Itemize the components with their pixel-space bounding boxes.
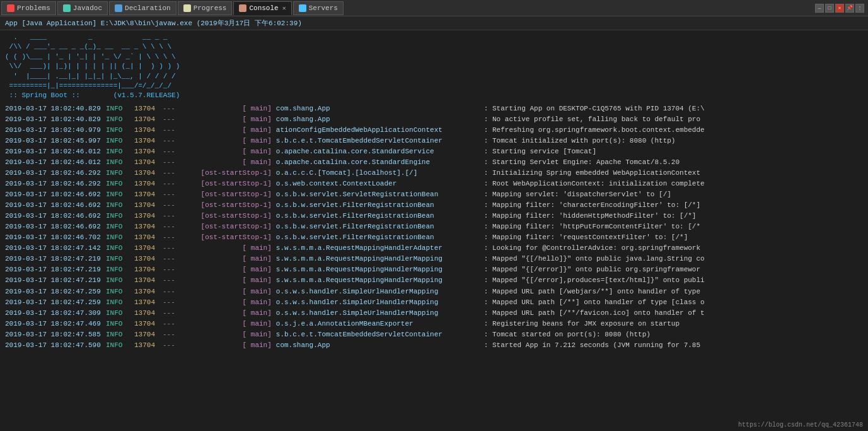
progress-tab-icon bbox=[183, 4, 191, 12]
log-timestamp: 2019-03-17 18:02:45.997 bbox=[5, 136, 103, 146]
console-tab-icon bbox=[239, 4, 246, 12]
log-message: : Tomcat started on port(s): 8080 (http) bbox=[484, 329, 651, 340]
log-pid: 13704 bbox=[134, 179, 163, 189]
tab-declaration[interactable]: Declaration bbox=[109, 1, 176, 15]
log-sep: --- bbox=[163, 179, 175, 189]
log-logger: o.apache.catalina.core.StandardEngine bbox=[276, 157, 484, 168]
tab-problems[interactable]: Problems bbox=[1, 1, 56, 15]
log-message: : Mapped URL path [/**/favicon.ico] onto… bbox=[484, 308, 705, 319]
log-line: 2019-03-17 18:02:47.590 INFO 13704 --- [… bbox=[5, 340, 863, 351]
log-message: : Starting App on DESKTOP-C1Q5765 with P… bbox=[484, 103, 705, 114]
console-tab-close[interactable]: ✕ bbox=[282, 4, 286, 12]
log-line: 2019-03-17 18:02:47.259 INFO 13704 --- [… bbox=[5, 286, 863, 297]
log-line: 2019-03-17 18:02:40.829 INFO 13704 --- [… bbox=[5, 103, 863, 114]
watermark: https://blog.csdn.net/qq_42361748 bbox=[738, 422, 863, 428]
log-sep: --- bbox=[163, 125, 175, 136]
log-sep: --- bbox=[163, 221, 175, 232]
log-sep: --- bbox=[163, 200, 175, 211]
log-logger: s.w.s.m.m.a.RequestMappingHandlerMapping bbox=[276, 275, 484, 286]
log-pid: 13704 bbox=[134, 340, 163, 351]
log-timestamp: 2019-03-17 18:02:46.692 bbox=[5, 221, 103, 232]
log-message: : Tomcat initialized with port(s): 8080 … bbox=[484, 136, 676, 146]
log-message: : Mapped "{[/error],produces=[text/html]… bbox=[484, 275, 705, 286]
log-message: : Root WebApplicationContext: initializa… bbox=[484, 179, 705, 189]
javadoc-tab-icon bbox=[63, 4, 71, 12]
log-pid: 13704 bbox=[134, 264, 163, 275]
log-pid: 13704 bbox=[134, 146, 163, 157]
log-thread: [ost-startStop-1] bbox=[175, 221, 273, 232]
log-timestamp: 2019-03-17 18:02:47.590 bbox=[5, 340, 103, 351]
maximize-button[interactable]: □ bbox=[825, 4, 834, 13]
log-logger: o.s.b.w.servlet.FilterRegistrationBean bbox=[276, 221, 484, 232]
log-level: INFO bbox=[106, 297, 131, 308]
log-logger: o.s.b.w.servlet.FilterRegistrationBean bbox=[276, 200, 484, 211]
log-logger: o.apache.catalina.core.StandardService bbox=[276, 146, 484, 157]
log-level: INFO bbox=[106, 340, 131, 351]
log-message: : Looking for @ControllerAdvice: org.spr… bbox=[484, 243, 700, 254]
pin-button[interactable]: 📌 bbox=[845, 4, 854, 13]
log-logger: o.s.w.s.handler.SimpleUrlHandlerMapping bbox=[276, 308, 484, 319]
tab-console[interactable]: Console ✕ bbox=[233, 1, 291, 15]
log-line: 2019-03-17 18:02:47.469 INFO 13704 --- [… bbox=[5, 319, 863, 329]
log-sep: --- bbox=[163, 329, 175, 340]
log-level: INFO bbox=[106, 308, 131, 319]
minimize-button[interactable]: — bbox=[815, 4, 824, 13]
log-thread: [ost-startStop-1] bbox=[175, 189, 273, 200]
tab-javadoc-label: Javadoc bbox=[73, 4, 102, 12]
log-level: INFO bbox=[106, 125, 131, 136]
log-thread: [ main] bbox=[175, 264, 273, 275]
log-line: 2019-03-17 18:02:47.219 INFO 13704 --- [… bbox=[5, 254, 863, 264]
tab-progress-label: Progress bbox=[194, 4, 227, 12]
log-line: 2019-03-17 18:02:46.292 INFO 13704 --- [… bbox=[5, 168, 863, 179]
log-level: INFO bbox=[106, 136, 131, 146]
log-pid: 13704 bbox=[134, 329, 163, 340]
tab-javadoc[interactable]: Javadoc bbox=[57, 1, 108, 15]
log-logger: o.a.c.c.C.[Tomcat].[localhost].[/] bbox=[276, 168, 484, 179]
close-button[interactable]: ✕ bbox=[835, 4, 844, 13]
log-message: : Initializing Spring embedded WebApplic… bbox=[484, 168, 700, 179]
log-message: : Starting Servlet Engine: Apache Tomcat… bbox=[484, 157, 680, 168]
log-pid: 13704 bbox=[134, 275, 163, 286]
log-logger: s.w.s.m.m.a.RequestMappingHandlerAdapter bbox=[276, 243, 484, 254]
log-line: 2019-03-17 18:02:46.702 INFO 13704 --- [… bbox=[5, 232, 863, 243]
log-pid: 13704 bbox=[134, 319, 163, 329]
log-line: 2019-03-17 18:02:46.012 INFO 13704 --- [… bbox=[5, 157, 863, 168]
log-level: INFO bbox=[106, 232, 131, 243]
tab-console-label: Console bbox=[249, 4, 278, 12]
log-level: INFO bbox=[106, 286, 131, 297]
log-pid: 13704 bbox=[134, 286, 163, 297]
tab-problems-label: Problems bbox=[17, 4, 50, 12]
log-message: : No active profile set, falling back to… bbox=[484, 114, 700, 125]
log-logger: com.shang.App bbox=[276, 103, 484, 114]
log-level: INFO bbox=[106, 221, 131, 232]
log-thread: [ main] bbox=[175, 136, 273, 146]
log-sep: --- bbox=[163, 189, 175, 200]
log-timestamp: 2019-03-17 18:02:47.469 bbox=[5, 319, 103, 329]
log-pid: 13704 bbox=[134, 243, 163, 254]
log-timestamp: 2019-03-17 18:02:46.292 bbox=[5, 168, 103, 179]
log-logger: o.s.web.context.ContextLoader bbox=[276, 179, 484, 189]
log-thread: [ main] bbox=[175, 297, 273, 308]
log-thread: [ main] bbox=[175, 329, 273, 340]
log-logger: o.s.b.w.servlet.FilterRegistrationBean bbox=[276, 211, 484, 221]
log-timestamp: 2019-03-17 18:02:46.012 bbox=[5, 157, 103, 168]
log-pid: 13704 bbox=[134, 232, 163, 243]
console-content[interactable]: . ____ _ __ _ _ /\\ / ___'_ __ _ _(_)_ _… bbox=[0, 30, 868, 430]
log-level: INFO bbox=[106, 275, 131, 286]
log-sep: --- bbox=[163, 243, 175, 254]
tab-progress[interactable]: Progress bbox=[178, 1, 233, 15]
log-pid: 13704 bbox=[134, 200, 163, 211]
log-thread: [ main] bbox=[175, 146, 273, 157]
log-timestamp: 2019-03-17 18:02:47.309 bbox=[5, 308, 103, 319]
log-timestamp: 2019-03-17 18:02:47.142 bbox=[5, 243, 103, 254]
app-info-bar: App [Java Application] E:\JDK\8\bin\java… bbox=[0, 16, 868, 30]
log-line: 2019-03-17 18:02:45.997 INFO 13704 --- [… bbox=[5, 136, 863, 146]
log-message: : Mapping filter: 'characterEncodingFilt… bbox=[484, 200, 700, 211]
log-sep: --- bbox=[163, 254, 175, 264]
tab-declaration-label: Declaration bbox=[125, 4, 171, 12]
view-menu-button[interactable]: ⋮ bbox=[855, 4, 864, 13]
window-controls: — □ ✕ 📌 ⋮ bbox=[815, 4, 867, 13]
log-pid: 13704 bbox=[134, 221, 163, 232]
log-sep: --- bbox=[163, 308, 175, 319]
tab-servers[interactable]: Servers bbox=[293, 1, 344, 15]
